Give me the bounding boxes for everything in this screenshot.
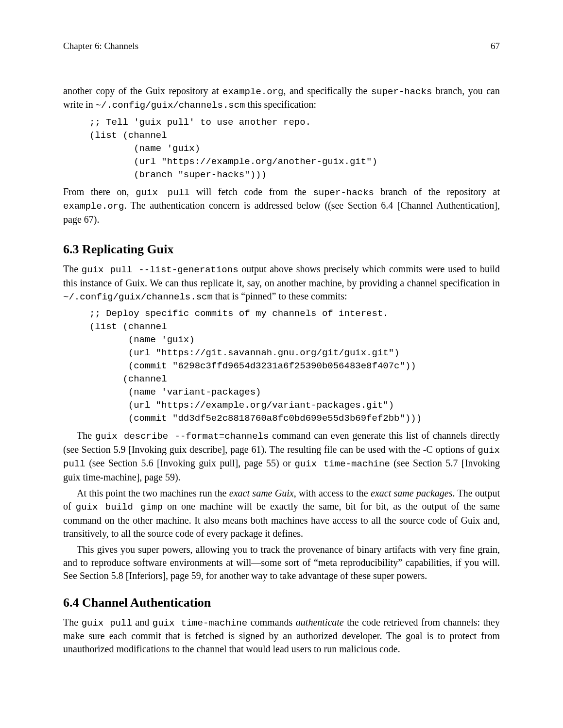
text: another copy of the Guix repository at (63, 85, 222, 96)
s63-p3: At this point the two machines run the e… (63, 487, 500, 540)
text: The (63, 617, 82, 628)
s63-p4: This gives you super powers, allowing yo… (63, 543, 500, 582)
code-inline: example.org (63, 201, 124, 212)
code-inline: guix build gimp (76, 502, 163, 513)
code-inline: guix describe --format=channels (95, 431, 269, 442)
intro-paragraph: another copy of the Guix repository at e… (63, 84, 500, 112)
italic-text: authenticate (296, 617, 344, 628)
code-inline: guix time-machine (294, 459, 390, 469)
section-6-4-heading: 6.4 Channel Authentication (63, 594, 500, 611)
section-6-3-heading: 6.3 Replicating Guix (63, 241, 500, 258)
page: Chapter 6: Channels 67 another copy of t… (0, 0, 563, 728)
running-head: Chapter 6: Channels 67 (63, 40, 500, 52)
text: commands (247, 617, 296, 628)
code-inline: ~/.config/guix/channels.scm (63, 292, 213, 302)
code-inline: ~/.config/guix/channels.scm (96, 100, 245, 111)
text: At this point the two machines run the (77, 488, 229, 498)
text: . The authentication concern is addresse… (63, 200, 500, 225)
code-inline: guix pull --list-generations (82, 265, 239, 275)
s63-p2: The guix describe --format=channels comm… (63, 429, 500, 484)
italic-text: exact same Guix (229, 488, 294, 498)
code-inline: super-hacks (313, 187, 374, 198)
text: , and specifically the (283, 85, 371, 96)
text: The (77, 430, 95, 441)
page-number: 67 (491, 40, 500, 52)
after-code1-paragraph: From there on, guix pull will fetch code… (63, 185, 500, 226)
text: From there on, (63, 186, 136, 197)
s63-p1: The guix pull --list-generations output … (63, 263, 500, 303)
s64-p1: The guix pull and guix time-machine comm… (63, 616, 500, 656)
code-block-2: ;; Deploy specific commits of my channel… (89, 307, 500, 425)
code-inline: example.org (222, 86, 283, 97)
running-head-left: Chapter 6: Channels (63, 40, 138, 52)
italic-text: exact same packages (371, 488, 452, 498)
text: this specification: (245, 99, 317, 110)
text: that is “pinned” to these commits: (213, 291, 347, 301)
text: will fetch code from the (189, 186, 313, 197)
text: The (63, 264, 82, 274)
code-inline: guix time-machine (153, 618, 247, 629)
text: (see Section 5.6 [Invoking guix pull], p… (85, 458, 295, 468)
text: and (132, 617, 153, 628)
text: branch of the repository at (374, 186, 500, 197)
text: , with access to the (294, 488, 371, 498)
code-inline: guix pull (136, 187, 189, 198)
code-inline: guix pull (82, 618, 132, 629)
code-block-1: ;; Tell 'guix pull' to use another repo.… (89, 116, 500, 182)
code-inline: super-hacks (371, 86, 432, 97)
